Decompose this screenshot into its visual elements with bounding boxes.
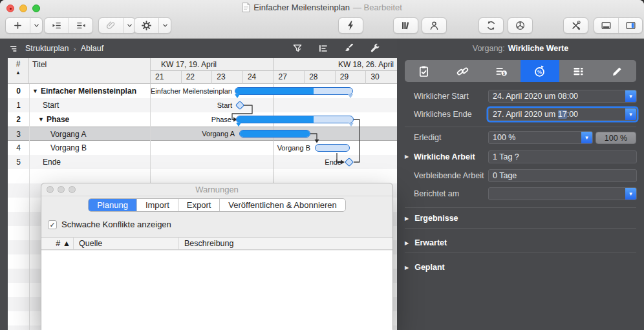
warnings-titlebar[interactable]: Warnungen	[41, 183, 392, 196]
set-100-percent-button[interactable]: 100 %	[596, 132, 636, 144]
task-bar[interactable]	[239, 130, 310, 138]
field-berichtet-am[interactable]: ▾	[488, 187, 637, 200]
warnings-tab-planung[interactable]: Planung	[89, 199, 136, 211]
disclosure-triangle-icon[interactable]: ▶	[405, 216, 409, 222]
task-bar[interactable]	[315, 144, 350, 152]
inspector-tab-pencil[interactable]	[597, 60, 636, 82]
warnings-tab-import[interactable]: Import	[136, 199, 178, 211]
inspector-tab-link[interactable]	[444, 60, 482, 82]
add-menu-button[interactable]	[30, 18, 42, 33]
panel-right-button[interactable]	[618, 18, 642, 33]
brush-button[interactable]	[341, 41, 357, 56]
timeline-day-header[interactable]: 2122232427282930	[151, 71, 397, 84]
disclosure-triangle-icon[interactable]: ▼	[38, 116, 44, 123]
network-button[interactable]	[508, 18, 532, 33]
actions-menu-button[interactable]	[158, 18, 171, 33]
warnings-column-beschreibung[interactable]: Beschreibung	[179, 238, 392, 249]
field-value: 24. April 2020 um 08:00	[489, 92, 625, 101]
field-wirkliche-arbeit[interactable]: 1 Tag ?	[488, 150, 637, 163]
toolbar-group	[98, 17, 136, 34]
dropdown-chevron-icon[interactable]: ▾	[625, 90, 636, 102]
actions-button[interactable]	[134, 18, 158, 33]
warnings-column-quelle[interactable]: Quelle	[74, 238, 179, 249]
weak-conflicts-checkbox[interactable]: ✓	[48, 220, 57, 229]
inspector-tab-costs[interactable]: $	[482, 60, 521, 82]
day-header-27: 27	[274, 71, 305, 84]
outline-view-icon	[9, 43, 20, 54]
attach-button[interactable]	[99, 18, 123, 33]
disclosure-triangle-icon[interactable]: ▼	[32, 88, 38, 94]
outline-button[interactable]	[316, 41, 331, 56]
summary-bar[interactable]	[235, 87, 353, 95]
left-gutter	[0, 58, 8, 330]
window-title: Einfacher Meilensteinplan	[253, 3, 350, 12]
outdent-button[interactable]	[69, 18, 92, 33]
week-label-kw17: KW 17, 19. April	[151, 58, 274, 71]
toolbar-group	[44, 17, 93, 34]
row-title: Vorgang B	[29, 141, 151, 155]
panel-bottom-button[interactable]	[594, 18, 618, 33]
percent-clock-icon: %	[533, 65, 546, 78]
field-label-verbleibende-arbeit: Verbleibende Arbeit	[414, 169, 484, 182]
row-number: 5	[8, 155, 29, 169]
tools-button[interactable]	[564, 18, 588, 33]
table-row-empty[interactable]	[8, 169, 397, 183]
grid-line-number-col	[29, 84, 30, 330]
warnings-close-button[interactable]	[47, 186, 54, 193]
field-erledigt[interactable]: 100 %▾	[488, 131, 593, 144]
warnings-table-body[interactable]	[41, 251, 392, 330]
week-label-kw18: KW 18, 26. April	[274, 58, 398, 71]
toolbar-group	[594, 17, 643, 34]
disclosure-triangle-icon[interactable]: ▶	[405, 240, 409, 246]
dropdown-chevron-icon[interactable]: ▾	[625, 108, 636, 120]
warnings-column-number[interactable]: # ▲	[41, 238, 74, 249]
warnings-dialog: Warnungen PlanungImportExportVeröffentli…	[41, 183, 393, 330]
field-verbleibende-arbeit[interactable]: 0 Tage	[488, 169, 637, 182]
column-header-number[interactable]: # ▲	[8, 58, 29, 84]
row-number: 2	[8, 112, 29, 127]
filter-button[interactable]	[290, 41, 305, 56]
warnings-minimize-button[interactable]	[58, 186, 65, 193]
pencil-icon	[610, 65, 624, 78]
dropdown-chevron-icon[interactable]: ▾	[625, 188, 636, 200]
field-value: 27. April 2020 um 17:00	[489, 110, 625, 119]
brush-icon	[343, 43, 355, 54]
section-ergebnisse[interactable]: ▶Ergebnisse	[405, 212, 458, 226]
timeline-week-header[interactable]: KW 17, 19. April KW 18, 26. April	[151, 58, 397, 71]
field-wirklicher-start[interactable]: 24. April 2020 um 08:00▾	[488, 90, 637, 103]
section-geplant[interactable]: ▶Geplant	[405, 261, 445, 275]
summary-bar[interactable]	[236, 116, 354, 123]
resources-button[interactable]	[422, 18, 446, 33]
inspector-tab-percent-clock[interactable]: %	[521, 60, 559, 82]
add-button[interactable]	[6, 18, 30, 33]
field-wirkliches-ende[interactable]: 27. April 2020 um 17:00▾	[488, 108, 637, 121]
document-proxy-icon[interactable]	[242, 3, 250, 12]
warnings-title: Warnungen	[41, 183, 392, 196]
warnings-tab-bar: PlanungImportExportVeröffentlichen & Abo…	[41, 198, 392, 212]
dropdown-chevron-icon[interactable]: ▾	[581, 132, 592, 143]
breadcrumb-strukturplan[interactable]: Strukturplan	[25, 44, 69, 53]
day-header-24: 24	[243, 71, 274, 84]
wrench-button[interactable]	[367, 41, 383, 56]
column-header-title[interactable]: Titel	[29, 58, 151, 84]
conflicts-button[interactable]	[339, 18, 363, 33]
warnings-tab-ver-ffentlichen-abonnieren[interactable]: Veröffentlichen & Abonnieren	[219, 199, 345, 211]
sync-button[interactable]	[479, 18, 503, 33]
warnings-traffic-lights	[47, 186, 76, 193]
warnings-zoom-button[interactable]	[69, 186, 76, 193]
indent-button[interactable]	[45, 18, 69, 33]
breadcrumb-ablauf[interactable]: Ablauf	[81, 44, 103, 53]
row-number: 1	[8, 98, 29, 112]
warnings-tab-export[interactable]: Export	[178, 199, 220, 211]
window-titlebar: Einfacher Meilensteinplan — Bearbeitet	[0, 0, 644, 14]
section-erwartet[interactable]: ▶Erwartet	[405, 236, 447, 251]
disclosure-triangle-icon[interactable]: ▶	[405, 265, 409, 271]
field-label-wirklicher-start: Wirklicher Start	[414, 90, 469, 103]
disclosure-triangle-icon[interactable]: ▶	[405, 150, 409, 163]
library-button[interactable]	[394, 18, 418, 33]
inspector-tab-list-settings[interactable]	[559, 60, 598, 82]
inspector-tab-clipboard-check[interactable]	[405, 60, 444, 82]
field-label-erledigt: Erledigt	[414, 131, 441, 144]
day-header-28: 28	[305, 71, 336, 84]
warnings-table-header[interactable]: # ▲QuelleBeschreibung	[41, 237, 392, 250]
